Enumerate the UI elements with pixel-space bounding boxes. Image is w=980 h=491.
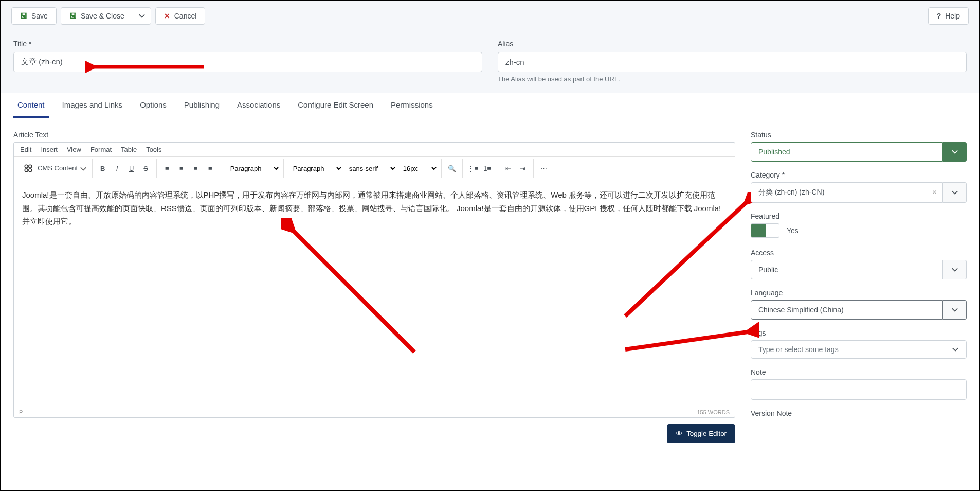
language-select[interactable]: Chinese Simplified (China): [751, 300, 943, 320]
svg-point-4: [29, 169, 32, 172]
svg-point-2: [29, 165, 32, 168]
status-select[interactable]: Published: [751, 142, 943, 162]
editor-column: Article Text Edit Insert View Format Tab…: [13, 131, 735, 443]
more-button[interactable]: ⋯: [537, 161, 551, 176]
help-icon: ?: [937, 12, 941, 20]
category-dropdown-button[interactable]: [943, 182, 967, 203]
strikethrough-button[interactable]: S: [139, 161, 153, 176]
sidebar: Status Published Category * 分类 (zh-cn) (…: [751, 131, 967, 443]
tab-content[interactable]: Content: [13, 93, 49, 118]
status-dropdown-button[interactable]: [943, 142, 967, 162]
menu-table[interactable]: Table: [121, 146, 137, 153]
paragraph-select-1[interactable]: Paragraph: [224, 162, 280, 175]
tags-input[interactable]: Type or select some tags: [751, 340, 967, 359]
toolbar-left: 🖫 Save 🖫 Save & Close ✕ Cancel: [11, 7, 205, 25]
editor-content[interactable]: Joomla!是一套自由、开放原始码的内容管理系统，以PHP撰写，用于发布内容在…: [14, 180, 735, 407]
category-select[interactable]: 分类 (zh-cn) (zh-CN): [751, 182, 943, 203]
status-label: Status: [751, 131, 967, 139]
toggle-editor-label: Toggle Editor: [686, 430, 727, 437]
align-right-button[interactable]: ≡: [189, 161, 203, 176]
alias-help: The Alias will be used as part of the UR…: [498, 75, 967, 83]
action-toolbar: 🖫 Save 🖫 Save & Close ✕ Cancel ? Help: [1, 1, 979, 31]
note-input[interactable]: [751, 379, 967, 400]
fontsize-select[interactable]: 16px: [397, 162, 438, 175]
alias-label: Alias: [498, 40, 967, 48]
save-label: Save: [31, 12, 48, 20]
clear-category-icon[interactable]: ×: [932, 188, 937, 197]
font-select[interactable]: sans-serif: [343, 162, 397, 175]
title-input[interactable]: [13, 52, 482, 72]
tab-permissions[interactable]: Permissions: [387, 93, 437, 118]
language-label: Language: [751, 289, 967, 297]
bullet-list-button[interactable]: ⋮≡: [466, 161, 480, 176]
eye-icon: 👁: [676, 430, 682, 437]
menu-format[interactable]: Format: [90, 146, 112, 153]
access-select[interactable]: Public: [751, 260, 943, 279]
cancel-button[interactable]: ✕ Cancel: [155, 7, 206, 25]
save-icon: 🖫: [69, 12, 77, 20]
close-icon: ✕: [164, 12, 170, 20]
language-dropdown-button[interactable]: [943, 300, 967, 320]
title-field: Title *: [13, 40, 482, 83]
featured-label: Featured: [751, 212, 967, 220]
editor-statusbar: P 155 WORDS: [14, 407, 735, 417]
tab-options[interactable]: Options: [136, 93, 171, 118]
editor-menubar: Edit Insert View Format Table Tools: [14, 143, 735, 157]
align-left-button[interactable]: ≡: [160, 161, 174, 176]
category-label: Category *: [751, 171, 967, 179]
access-label: Access: [751, 249, 967, 257]
bold-button[interactable]: B: [96, 161, 110, 176]
svg-point-3: [25, 169, 28, 172]
align-justify-button[interactable]: ≡: [203, 161, 217, 176]
chevron-down-icon: [138, 12, 146, 20]
editor-box: Edit Insert View Format Table Tools CMS …: [13, 142, 735, 418]
cancel-label: Cancel: [174, 12, 197, 20]
italic-button[interactable]: I: [110, 161, 124, 176]
save-close-button[interactable]: 🖫 Save & Close: [61, 7, 133, 25]
content-area: Article Text Edit Insert View Format Tab…: [1, 118, 979, 443]
access-dropdown-button[interactable]: [943, 260, 967, 279]
help-label: Help: [945, 12, 960, 20]
indent-button[interactable]: ⇥: [516, 161, 530, 176]
number-list-button[interactable]: 1≡: [480, 161, 495, 176]
help-button[interactable]: ? Help: [928, 7, 969, 25]
menu-view[interactable]: View: [67, 146, 81, 153]
tab-associations[interactable]: Associations: [233, 93, 284, 118]
editor-toolbar: CMS Content B I U S ≡ ≡ ≡ ≡ Paragraph: [14, 157, 735, 180]
version-note-label: Version Note: [751, 409, 967, 417]
paragraph-select-2[interactable]: Paragraph: [287, 162, 343, 175]
outdent-button[interactable]: ⇤: [501, 161, 516, 176]
save-button[interactable]: 🖫 Save: [11, 7, 57, 25]
featured-toggle[interactable]: [751, 223, 779, 238]
menu-tools[interactable]: Tools: [146, 146, 161, 153]
tab-images-links[interactable]: Images and Links: [58, 93, 127, 118]
title-alias-row: Title * Alias The Alias will be used as …: [1, 31, 979, 93]
save-dropdown-button[interactable]: [133, 7, 151, 25]
tags-label: Tags: [751, 329, 967, 337]
align-center-button[interactable]: ≡: [174, 161, 189, 176]
underline-button[interactable]: U: [124, 161, 139, 176]
word-count: 155 WORDS: [697, 409, 730, 415]
title-label: Title *: [13, 40, 482, 48]
alias-input[interactable]: [498, 52, 967, 72]
save-close-label: Save & Close: [81, 12, 124, 20]
menu-insert[interactable]: Insert: [41, 146, 58, 153]
note-label: Note: [751, 368, 967, 376]
joomla-icon[interactable]: [21, 161, 35, 176]
tags-placeholder: Type or select some tags: [758, 345, 839, 354]
search-button[interactable]: 🔍: [445, 161, 459, 176]
save-close-group: 🖫 Save & Close: [61, 7, 151, 25]
tabs-bar: Content Images and Links Options Publish…: [1, 93, 979, 118]
chevron-down-icon: [952, 346, 959, 353]
tab-configure-edit[interactable]: Configure Edit Screen: [294, 93, 377, 118]
status-path: P: [19, 409, 23, 415]
toggle-editor-button[interactable]: 👁 Toggle Editor: [667, 424, 735, 443]
menu-edit[interactable]: Edit: [20, 146, 31, 153]
featured-text: Yes: [787, 226, 798, 235]
svg-point-1: [25, 165, 28, 168]
save-icon: 🖫: [20, 12, 27, 20]
tab-publishing[interactable]: Publishing: [180, 93, 224, 118]
alias-field: Alias The Alias will be used as part of …: [498, 40, 967, 83]
cms-content-dropdown[interactable]: CMS Content: [35, 164, 89, 172]
article-text-label: Article Text: [13, 131, 735, 139]
